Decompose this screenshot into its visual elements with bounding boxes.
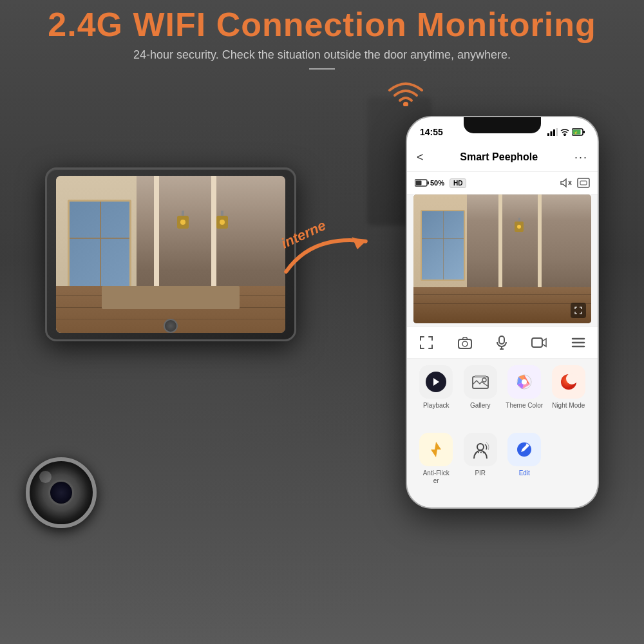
svg-rect-8 (583, 131, 585, 133)
window (68, 200, 132, 294)
lamp-2 (216, 211, 228, 229)
ctrl-camera[interactable] (458, 336, 472, 349)
anti-flicker-icon (430, 440, 442, 459)
svg-rect-19 (459, 339, 471, 348)
svg-marker-36 (431, 442, 441, 457)
feature-edit[interactable]: Edit (505, 433, 544, 485)
svg-rect-16 (578, 178, 589, 187)
app-title: Smart Peephole (460, 151, 538, 163)
device-button[interactable] (164, 319, 178, 333)
status-icons: ⚡ (547, 128, 585, 136)
svg-rect-21 (499, 336, 504, 344)
feature-grid-row2: Anti-Flicker (413, 433, 591, 485)
phone-floor (413, 287, 591, 323)
svg-point-30 (482, 378, 486, 382)
porch-scene (56, 176, 285, 333)
phone-container: 14:55 (406, 116, 605, 515)
edit-icon-circle (507, 433, 541, 466)
ctrl-fullscreen[interactable] (419, 336, 433, 350)
feature-pir[interactable]: PIR (461, 433, 500, 485)
edit-label: Edit (519, 469, 530, 477)
aspect-icon[interactable] (577, 178, 590, 188)
header-section: 2.4G WIFI Connection Monitoring 24-hour … (0, 6, 644, 70)
edit-icon (516, 441, 533, 458)
back-button[interactable]: < (417, 151, 424, 164)
more-button[interactable]: ··· (574, 151, 588, 164)
phone-notch (464, 117, 541, 133)
device-screen (56, 176, 285, 333)
status-time: 14:55 (420, 127, 443, 137)
divider (309, 68, 335, 70)
mute-icon[interactable] (560, 178, 572, 188)
svg-point-6 (564, 135, 566, 136)
porch-column-2 (154, 176, 159, 294)
hd-badge: HD (450, 178, 466, 188)
phone-screen: 14:55 (407, 117, 598, 507)
phone-camera-feed (413, 194, 591, 323)
fullscreen-button[interactable] (571, 303, 586, 318)
feature-night-mode[interactable]: Night Mode (549, 365, 589, 410)
svg-point-35 (566, 373, 578, 384)
phone-frame: 14:55 (406, 116, 599, 509)
svg-marker-28 (433, 378, 439, 386)
playback-label: Playback (423, 402, 450, 410)
main-title: 2.4G WIFI Connection Monitoring (0, 6, 644, 43)
svg-text:⚡: ⚡ (574, 131, 578, 135)
wifi-signal-icon (386, 77, 425, 109)
svg-rect-5 (556, 128, 558, 136)
phone-window (421, 210, 465, 281)
anti-flicker-icon-circle (419, 433, 453, 466)
gallery-icon (471, 374, 489, 390)
svg-point-20 (462, 341, 468, 346)
svg-point-33 (522, 379, 527, 384)
sub-title: 24-hour security. Check the situation ou… (0, 48, 644, 62)
svg-rect-2 (547, 133, 549, 136)
porch-step (102, 286, 240, 310)
gallery-label: Gallery (470, 402, 491, 410)
pir-icon-circle (464, 433, 497, 466)
feature-gallery[interactable]: Gallery (461, 365, 500, 410)
porch-column-1 (211, 176, 216, 294)
feature-empty (549, 433, 589, 485)
svg-rect-13 (416, 181, 422, 185)
phone-col-1 (538, 194, 542, 298)
controls-bar (407, 327, 598, 359)
feature-theme[interactable]: Theme Color (505, 365, 544, 410)
svg-rect-12 (428, 182, 430, 185)
camera-lens (26, 457, 97, 528)
night-mode-label: Night Mode (552, 402, 585, 410)
svg-rect-4 (553, 129, 555, 136)
gallery-icon-circle (464, 365, 497, 399)
anti-flicker-label: Anti-Flicker (423, 469, 450, 485)
theme-icon-circle (507, 365, 541, 399)
app-status-bar: 50% HD (407, 172, 598, 194)
feature-grid: Playback Gallery (413, 359, 591, 416)
night-mode-icon-circle (552, 365, 585, 399)
svg-rect-24 (532, 338, 542, 347)
app-header: < Smart Peephole ··· (407, 143, 598, 172)
camera-inner (48, 480, 74, 506)
device-frame (45, 167, 296, 341)
pir-label: PIR (475, 469, 486, 477)
playback-icon-circle (419, 365, 453, 399)
theme-label: Theme Color (506, 402, 543, 410)
svg-rect-31 (475, 375, 486, 377)
battery-indicator: 50% (415, 179, 444, 187)
svg-rect-17 (580, 181, 587, 185)
svg-point-37 (477, 444, 484, 450)
ctrl-record[interactable] (531, 336, 547, 349)
phone-lamp (515, 218, 524, 232)
lamp (177, 211, 189, 229)
feature-anti-flicker[interactable]: Anti-Flicker (417, 433, 456, 485)
feature-playback[interactable]: Playback (417, 365, 456, 410)
phone-col-2 (498, 194, 502, 298)
theme-icon (515, 373, 533, 391)
ctrl-menu[interactable] (571, 337, 585, 348)
phone-porch-scene (413, 194, 591, 323)
playback-icon (426, 372, 446, 392)
svg-point-0 (403, 102, 408, 106)
ctrl-mic[interactable] (497, 336, 507, 350)
pir-icon (471, 440, 490, 459)
night-mode-icon (560, 373, 578, 391)
battery-percent: 50% (430, 179, 444, 187)
